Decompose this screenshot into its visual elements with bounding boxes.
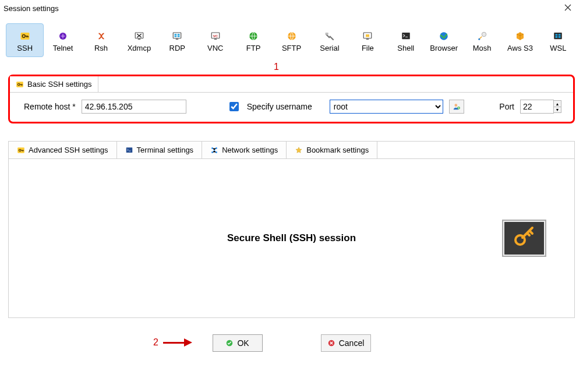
user-icon bbox=[453, 103, 461, 111]
protocol-label: Serial bbox=[320, 44, 339, 52]
network-icon bbox=[210, 146, 218, 154]
cancel-button[interactable]: Cancel bbox=[321, 334, 371, 352]
tab-network[interactable]: Network settings bbox=[202, 142, 287, 159]
remote-host-label: Remote host * bbox=[24, 102, 76, 111]
tab-label: Terminal settings bbox=[137, 146, 194, 154]
rdp-icon bbox=[172, 31, 182, 41]
tabstrip-spacer bbox=[377, 142, 574, 159]
key-icon bbox=[20, 31, 30, 41]
protocol-shell[interactable]: Shell bbox=[387, 23, 425, 57]
sftp-icon bbox=[287, 31, 297, 41]
specify-username-label: Specify username bbox=[247, 102, 312, 111]
protocol-label: Xdmcp bbox=[128, 44, 151, 52]
titlebar: Session settings bbox=[0, 0, 583, 16]
protocol-serial[interactable]: Serial bbox=[310, 23, 348, 57]
xdmcp-icon bbox=[134, 31, 144, 41]
svg-point-31 bbox=[454, 104, 457, 107]
username-select[interactable]: root bbox=[330, 100, 443, 114]
protocol-awss3[interactable]: Aws S3 bbox=[501, 23, 539, 57]
annotation-1: 1 bbox=[274, 62, 279, 72]
close-icon bbox=[564, 4, 571, 13]
protocol-xdmcp[interactable]: Xdmcp bbox=[120, 23, 158, 57]
tab-label: Network settings bbox=[222, 146, 278, 154]
file-icon bbox=[362, 31, 373, 41]
port-label: Port bbox=[499, 102, 514, 111]
svg-rect-8 bbox=[178, 34, 180, 35]
tab-basic-ssh[interactable]: Basic SSH settings bbox=[10, 76, 98, 92]
ftp-icon bbox=[248, 31, 259, 41]
vnc-icon: VC bbox=[210, 31, 221, 41]
svg-rect-4 bbox=[138, 38, 141, 40]
tab-terminal[interactable]: Terminal settings bbox=[117, 142, 203, 159]
protocol-label: Mosh bbox=[473, 44, 492, 52]
annotation-2-label: 2 bbox=[153, 337, 158, 348]
tab-advanced-ssh[interactable]: Advanced SSH settings bbox=[9, 142, 117, 159]
tab-label: Basic SSH settings bbox=[27, 80, 92, 89]
key-icon bbox=[16, 80, 24, 89]
svg-point-22 bbox=[482, 32, 486, 37]
shell-icon bbox=[401, 31, 411, 41]
svg-rect-6 bbox=[176, 38, 179, 40]
protocol-label: SFTP bbox=[282, 44, 301, 52]
svg-rect-9 bbox=[175, 36, 177, 37]
protocol-label: Rsh bbox=[94, 44, 108, 52]
close-button[interactable] bbox=[556, 0, 580, 16]
protocol-file[interactable]: File bbox=[349, 23, 387, 57]
svg-rect-25 bbox=[556, 34, 558, 36]
session-type-illustration bbox=[502, 220, 546, 257]
protocol-label: Shell bbox=[397, 44, 414, 52]
protocol-label: Aws S3 bbox=[507, 44, 533, 52]
mosh-icon bbox=[477, 31, 487, 41]
user-picker-button[interactable] bbox=[449, 100, 464, 114]
protocol-mosh[interactable]: Mosh bbox=[463, 23, 501, 57]
svg-point-23 bbox=[478, 38, 480, 40]
basic-body: Remote host * Specify username root Port… bbox=[10, 93, 573, 122]
port-spinner[interactable]: ▲ ▼ bbox=[553, 100, 561, 113]
svg-rect-18 bbox=[366, 38, 369, 40]
port-input[interactable] bbox=[520, 100, 554, 114]
protocol-label: File bbox=[362, 44, 374, 52]
session-type-title: Secure Shell (SSH) session bbox=[227, 232, 356, 244]
star-icon bbox=[295, 146, 303, 154]
protocol-rdp[interactable]: RDP bbox=[158, 23, 196, 57]
basic-tabstrip: Basic SSH settings bbox=[10, 76, 573, 93]
specify-username-checkbox[interactable] bbox=[229, 102, 239, 111]
tab-bookmark[interactable]: Bookmark settings bbox=[287, 142, 377, 159]
cancel-label: Cancel bbox=[339, 338, 365, 348]
advanced-tabstrip: Advanced SSH settings Terminal settings … bbox=[9, 142, 574, 159]
protocol-vnc[interactable]: VC VNC bbox=[196, 23, 234, 57]
protocol-label: VNC bbox=[207, 44, 223, 52]
protocol-ssh[interactable]: SSH bbox=[6, 23, 44, 57]
ok-label: OK bbox=[237, 338, 249, 348]
window-title: Session settings bbox=[3, 4, 59, 13]
protocol-label: WSL bbox=[550, 44, 566, 52]
protocol-wsl[interactable]: WSL bbox=[539, 23, 577, 57]
svg-rect-20 bbox=[402, 33, 410, 39]
spinner-up-icon[interactable]: ▲ bbox=[553, 100, 561, 107]
protocol-rsh[interactable]: Rsh bbox=[82, 23, 120, 57]
protocol-browser[interactable]: Browser bbox=[425, 23, 462, 57]
protocol-ftp[interactable]: FTP bbox=[234, 23, 272, 57]
rsh-icon bbox=[96, 31, 107, 41]
key-icon bbox=[510, 224, 538, 253]
svg-rect-7 bbox=[175, 34, 177, 35]
protocol-label: RDP bbox=[169, 44, 185, 52]
terminal-icon bbox=[125, 146, 133, 154]
svg-rect-12 bbox=[214, 38, 217, 40]
svg-rect-5 bbox=[174, 33, 182, 38]
dialog-buttons: 2 OK Cancel bbox=[0, 334, 583, 352]
svg-rect-35 bbox=[126, 147, 132, 153]
spinner-down-icon[interactable]: ▼ bbox=[553, 107, 561, 113]
ok-button[interactable]: OK bbox=[213, 334, 263, 352]
protocol-label: FTP bbox=[246, 44, 261, 52]
remote-host-input[interactable] bbox=[82, 100, 186, 114]
svg-rect-28 bbox=[559, 36, 561, 38]
svg-text:VC: VC bbox=[213, 34, 218, 37]
protocol-sftp[interactable]: SFTP bbox=[273, 23, 310, 57]
protocol-telnet[interactable]: Telnet bbox=[44, 23, 82, 57]
advanced-body: Secure Shell (SSH) session bbox=[9, 159, 574, 317]
svg-rect-10 bbox=[178, 36, 180, 37]
protocol-list: SSH Telnet Rsh Xdmcp RDP VC VNC F bbox=[0, 16, 583, 61]
telnet-icon bbox=[58, 31, 68, 41]
browser-icon bbox=[439, 31, 449, 41]
